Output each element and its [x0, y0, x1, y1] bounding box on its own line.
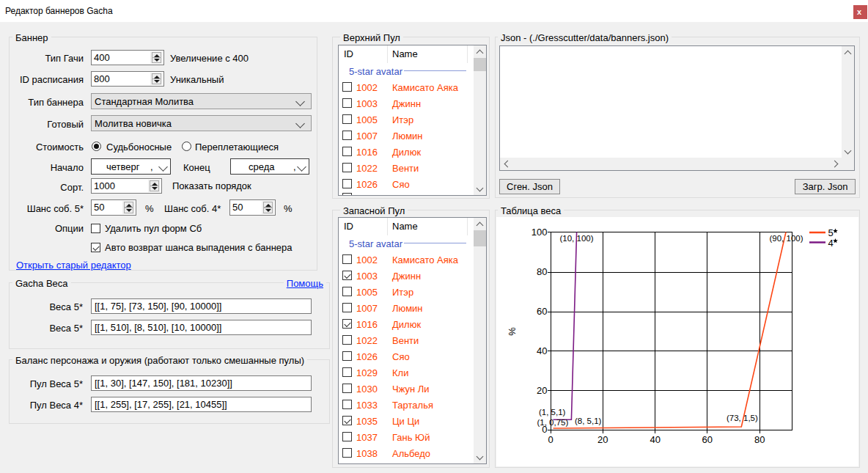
svg-text:20: 20 — [537, 385, 547, 396]
svg-text:(10, 100): (10, 100) — [560, 234, 594, 243]
svg-text:60: 60 — [702, 434, 713, 445]
svg-text:40: 40 — [650, 434, 660, 445]
svg-text:0: 0 — [542, 424, 547, 435]
svg-text:(73, 1,5): (73, 1,5) — [727, 414, 758, 422]
svg-text:4: 4 — [828, 238, 834, 249]
svg-text:80: 80 — [754, 434, 765, 445]
svg-text:20: 20 — [597, 434, 608, 445]
svg-text:40: 40 — [537, 345, 547, 356]
svg-text:100: 100 — [532, 227, 548, 238]
svg-text:60: 60 — [537, 306, 547, 317]
svg-text:(8, 5,1): (8, 5,1) — [575, 417, 602, 425]
svg-text:(1, 5,1): (1, 5,1) — [539, 408, 566, 417]
svg-text:(90, 100): (90, 100) — [770, 234, 803, 243]
svg-text:80: 80 — [537, 266, 547, 277]
svg-text:0: 0 — [548, 434, 553, 445]
svg-text:%: % — [507, 327, 518, 336]
